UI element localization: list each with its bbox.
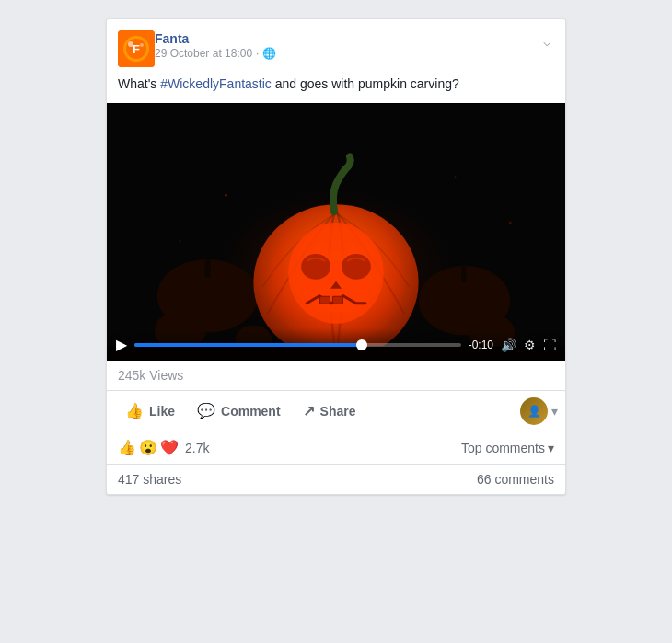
settings-icon[interactable]: ⚙ — [524, 338, 536, 352]
post-card: F Fanta 29 October at 18:00 · 🌐 ⌵ What's… — [106, 18, 566, 495]
love-reaction: 😮 — [139, 439, 157, 456]
progress-fill — [134, 343, 363, 347]
post-author[interactable]: Fanta — [155, 30, 276, 47]
progress-thumb — [356, 339, 367, 350]
like-button[interactable]: 👍 Like — [114, 395, 186, 427]
post-footer: 417 shares 66 comments — [107, 465, 565, 494]
svg-point-28 — [454, 176, 456, 178]
progress-bar[interactable] — [134, 343, 461, 347]
svg-point-29 — [180, 240, 181, 242]
text-before-hashtag: What's — [118, 76, 160, 91]
post-header: F Fanta 29 October at 18:00 · 🌐 ⌵ — [107, 19, 565, 75]
comments-count[interactable]: 66 comments — [477, 472, 554, 487]
top-comments-label: Top comments — [461, 441, 545, 455]
reaction-icons: 👍 😮 ❤️ 2.7k — [118, 439, 209, 456]
hashtag[interactable]: #WickedlyFantastic — [160, 76, 272, 91]
reactions-count: 2.7k — [185, 441, 209, 455]
post-header-left: F Fanta 29 October at 18:00 · 🌐 — [118, 30, 276, 67]
action-buttons: 👍 Like 💬 Comment ↗ Share — [114, 395, 367, 427]
user-avatar: 👤 — [520, 397, 548, 425]
control-icons: 🔊 ⚙ ⛶ — [501, 338, 556, 352]
share-label: Share — [320, 404, 356, 419]
svg-point-30 — [509, 222, 512, 224]
post-text: What's #WickedlyFantastic and goes with … — [107, 75, 565, 103]
play-button[interactable]: ▶ — [116, 336, 127, 353]
globe-icon: · — [256, 47, 259, 60]
top-comments-chevron: ▾ — [548, 441, 554, 455]
post-reactions: 👍 😮 ❤️ 2.7k Top comments ▾ — [107, 431, 565, 465]
comment-button[interactable]: 💬 Comment — [186, 395, 292, 427]
video-frame — [107, 103, 565, 361]
more-options-button[interactable]: ⌵ — [539, 30, 554, 52]
post-actions: 👍 Like 💬 Comment ↗ Share 👤 ▾ — [107, 391, 565, 431]
timestamp-text: 29 October at 18:00 — [155, 47, 252, 60]
svg-rect-23 — [320, 297, 330, 304]
top-comments-button[interactable]: Top comments ▾ — [461, 441, 554, 455]
like-reaction: 👍 — [118, 439, 136, 456]
svg-text:F: F — [133, 42, 140, 56]
text-after-hashtag: and goes with pumpkin carving? — [272, 76, 459, 91]
post-meta: Fanta 29 October at 18:00 · 🌐 — [155, 30, 276, 60]
video-player[interactable]: ▶ -0:10 🔊 ⚙ ⛶ — [107, 103, 565, 361]
post-time: 29 October at 18:00 · 🌐 — [155, 47, 276, 60]
svg-point-5 — [140, 43, 144, 47]
user-avatar-area: 👤 ▾ — [520, 397, 558, 425]
time-display: -0:10 — [469, 339, 493, 351]
shares-count[interactable]: 417 shares — [118, 472, 181, 487]
svg-rect-10 — [205, 259, 211, 278]
video-controls: ▶ -0:10 🔊 ⚙ ⛶ — [107, 328, 565, 361]
share-button[interactable]: ↗ Share — [292, 395, 367, 427]
user-dropdown-arrow[interactable]: ▾ — [551, 404, 558, 419]
svg-rect-11 — [461, 266, 466, 282]
volume-icon[interactable]: 🔊 — [501, 338, 516, 352]
haha-reaction: ❤️ — [160, 439, 179, 456]
svg-point-27 — [225, 194, 227, 197]
like-icon: 👍 — [125, 402, 144, 419]
svg-rect-24 — [333, 297, 342, 304]
comment-icon: 💬 — [197, 402, 215, 419]
comment-label: Comment — [221, 404, 281, 419]
svg-point-4 — [128, 41, 133, 47]
like-label: Like — [149, 404, 175, 419]
fullscreen-icon[interactable]: ⛶ — [543, 338, 556, 352]
post-stats: 245k Views — [107, 361, 565, 391]
views-count: 245k Views — [118, 368, 183, 383]
avatar[interactable]: F — [118, 30, 155, 67]
globe-icon: 🌐 — [262, 47, 276, 60]
share-icon: ↗ — [303, 402, 315, 419]
